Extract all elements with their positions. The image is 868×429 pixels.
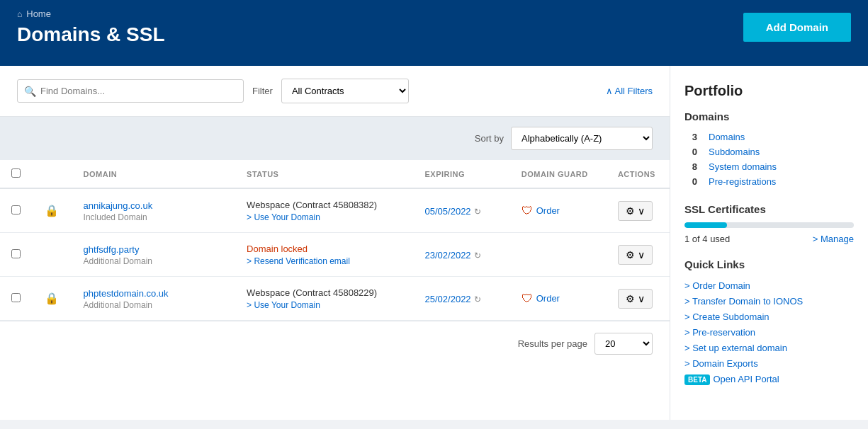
domain-link[interactable]: phptestdomain.co.uk — [84, 288, 169, 299]
stat-number: 0 — [684, 147, 697, 157]
actions-gear-button[interactable]: ⚙ ∨ — [618, 245, 653, 265]
table-row: ghtfsdfg.partyAdditional DomainDomain lo… — [0, 233, 670, 277]
ssl-section: SSL Certificates 1 of 4 used > Manage — [684, 203, 854, 244]
content-area: 🔍 Filter All Contracts Contract 45808382… — [0, 66, 670, 420]
beta-badge: BETA — [684, 374, 710, 385]
select-all-checkbox[interactable] — [11, 168, 21, 178]
guard-order-link[interactable]: 🛡Order — [522, 292, 595, 305]
breadcrumb: ⌂ Home — [17, 8, 164, 19]
table-header-row: DOMAIN STATUS EXPIRING DOMAIN GUARD ACTI… — [0, 160, 670, 188]
quick-link-item: BETAOpen API Portal — [684, 371, 854, 387]
all-filters-button[interactable]: ∧ All Filters — [606, 86, 653, 96]
quick-link-item: > Create Subdomain — [684, 309, 854, 324]
stat-link[interactable]: Pre-registrations — [709, 176, 776, 187]
contract-select[interactable]: All Contracts Contract 45808382 Contract… — [281, 79, 409, 103]
sidebar-stat-item: 0Pre-registrations — [684, 174, 854, 189]
quick-link-item: > Order Domain — [684, 278, 854, 293]
quick-link-item: > Transfer Domain to IONOS — [684, 293, 854, 309]
lock-icon-red: 🔒 — [45, 205, 59, 217]
domain-stats-list: 3Domains0Subdomains8System domains0Pre-r… — [684, 130, 854, 189]
domain-sub: Additional Domain — [84, 300, 224, 310]
col-actions: ACTIONS — [607, 160, 670, 188]
sidebar-stat-item: 3Domains — [684, 130, 854, 144]
search-wrapper: 🔍 — [17, 79, 244, 103]
search-icon: 🔍 — [24, 86, 36, 97]
quick-link[interactable]: > Order Domain — [684, 280, 750, 291]
refresh-icon: ↻ — [474, 207, 481, 217]
add-domain-button[interactable]: Add Domain — [743, 13, 851, 42]
ssl-section-title: SSL Certificates — [684, 203, 854, 215]
sort-bar: Sort by Alphabetically (A-Z) Alphabetica… — [0, 117, 670, 160]
domain-link[interactable]: ghtfsdfg.party — [84, 244, 140, 255]
table-row: 🔒annikajung.co.ukIncluded DomainWebspace… — [0, 188, 670, 233]
quick-link[interactable]: > Set up external domain — [684, 343, 787, 353]
sidebar-stat-item: 0Subdomains — [684, 144, 854, 159]
page-title: Domains & SSL — [17, 23, 164, 46]
table-row: 🔒phptestdomain.co.ukAdditional DomainWeb… — [0, 277, 670, 321]
row-checkbox[interactable] — [11, 205, 21, 214]
col-status: STATUS — [235, 160, 413, 188]
stat-link[interactable]: Domains — [709, 132, 745, 142]
ssl-manage-link[interactable]: > Manage — [813, 234, 854, 244]
quick-link-item: > Pre-reservation — [684, 324, 854, 340]
sidebar-title: Portfolio — [684, 83, 854, 99]
sidebar-stat-item: 8System domains — [684, 159, 854, 174]
sort-label: Sort by — [475, 133, 504, 144]
results-bar: Results per page 10 20 50 100 — [0, 321, 670, 366]
page-header: ⌂ Home Domains & SSL Add Domain — [0, 0, 868, 60]
search-input[interactable] — [17, 79, 244, 103]
domain-table: DOMAIN STATUS EXPIRING DOMAIN GUARD ACTI… — [0, 160, 670, 321]
filter-label: Filter — [252, 86, 273, 96]
expiry-date: 05/05/2022 — [425, 206, 471, 217]
sidebar: Portfolio Domains 3Domains0Subdomains8Sy… — [670, 66, 868, 420]
ssl-manage-label: Manage — [821, 234, 854, 244]
quick-link[interactable]: > Create Subdomain — [684, 311, 770, 322]
status-text: Webspace (Contract 45808229) — [247, 287, 377, 298]
domain-sub: Additional Domain — [84, 256, 224, 266]
quick-link[interactable]: BETAOpen API Portal — [684, 374, 779, 384]
status-action-link[interactable]: > Resend Verification email — [247, 256, 402, 266]
status-text: Webspace (Contract 45808382) — [247, 200, 377, 210]
sort-select[interactable]: Alphabetically (A-Z) Alphabetically (Z-A… — [511, 127, 653, 150]
stat-link[interactable]: System domains — [709, 161, 777, 172]
top-bar — [0, 60, 868, 66]
quick-link[interactable]: > Domain Exports — [684, 358, 758, 369]
expiry-date: 23/02/2022 — [425, 250, 471, 261]
results-label: Results per page — [518, 338, 587, 349]
guard-order-link[interactable]: 🛡Order — [522, 205, 595, 217]
stat-number: 3 — [684, 132, 697, 142]
shield-icon: 🛡 — [522, 292, 533, 305]
col-domain: DOMAIN — [72, 160, 235, 188]
ssl-used: 1 of 4 used — [684, 234, 730, 244]
quick-link-item: > Domain Exports — [684, 355, 854, 371]
actions-gear-button[interactable]: ⚙ ∨ — [618, 289, 653, 309]
ssl-info: 1 of 4 used > Manage — [684, 234, 854, 244]
breadcrumb-home[interactable]: Home — [26, 8, 51, 19]
quick-link[interactable]: > Transfer Domain to IONOS — [684, 296, 803, 307]
lock-icon-green: 🔒 — [45, 292, 59, 304]
stat-link[interactable]: Subdomains — [709, 147, 760, 157]
quick-link-item: > Set up external domain — [684, 340, 854, 355]
stat-number: 0 — [684, 176, 697, 187]
actions-gear-button[interactable]: ⚙ ∨ — [618, 201, 653, 221]
filter-bar: 🔍 Filter All Contracts Contract 45808382… — [0, 66, 670, 117]
row-checkbox[interactable] — [11, 249, 21, 258]
main-layout: 🔍 Filter All Contracts Contract 45808382… — [0, 66, 868, 420]
domains-section-title: Domains — [684, 110, 854, 122]
row-checkbox[interactable] — [11, 293, 21, 302]
status-text: Domain locked — [247, 244, 308, 254]
quick-link[interactable]: > Pre-reservation — [684, 327, 755, 338]
ssl-bar-fill — [684, 222, 727, 228]
quick-links-list: > Order Domain> Transfer Domain to IONOS… — [684, 278, 854, 387]
refresh-icon: ↻ — [474, 294, 481, 304]
shield-icon: 🛡 — [522, 205, 533, 217]
col-domain-guard: DOMAIN GUARD — [510, 160, 607, 188]
status-action-link[interactable]: > Use Your Domain — [247, 300, 402, 310]
stat-number: 8 — [684, 161, 697, 172]
expiry-date: 25/02/2022 — [425, 294, 471, 304]
refresh-icon: ↻ — [474, 251, 481, 261]
results-per-page-select[interactable]: 10 20 50 100 — [594, 333, 653, 355]
domain-link[interactable]: annikajung.co.uk — [84, 200, 153, 211]
status-action-link[interactable]: > Use Your Domain — [247, 212, 402, 222]
home-icon: ⌂ — [17, 9, 22, 19]
